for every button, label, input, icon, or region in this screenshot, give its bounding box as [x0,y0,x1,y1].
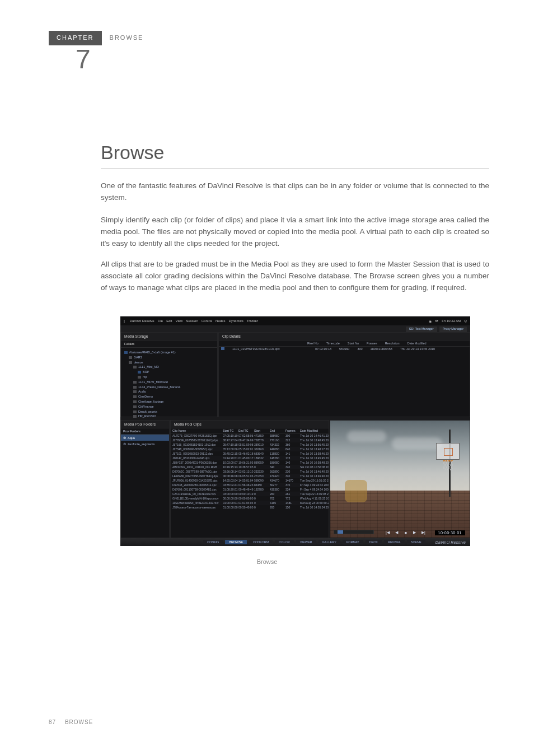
pool-clip-row[interactable]: AL7E73_G592TA00-0428165Cj.dpx07:05:10:10… [171,433,329,438]
rewind-button[interactable]: ◀ [394,530,400,535]
nav-revival[interactable]: REVIVAL [384,540,405,544]
col-header: Timecode [326,342,340,345]
menubar-clock: Fri 10:22 AM [442,319,461,323]
pool-clip-row[interactable]: D67609_001100758-00100482.dpx01:08:20:01… [171,487,329,492]
skip-end-button[interactable]: ▶| [420,530,427,535]
col-header: Start No [348,342,359,345]
pool-clip-row[interactable]: J67166_0210081824101-1912.dpx05:47:10:18… [171,442,329,447]
page-number: 87 [49,719,56,725]
pool-clip-row[interactable]: J67101_0201060023-09112.dpx05:45:02:1505… [171,451,329,456]
col-header [221,342,299,345]
folder-item[interactable]: Daudt_ascets [133,409,214,414]
menubar-item[interactable]: Dynamics [228,319,243,323]
clip-res: 1804x1080x458 [371,347,392,351]
clip-frames: 300 [357,347,362,351]
folder-item[interactable]: CineDemo [133,394,214,399]
pool-folders-header: Pool Folders [121,428,169,435]
bluetooth-icon[interactable]: ◉ [429,319,432,323]
folder-icon [129,356,132,359]
footer-label: BROWSE [65,719,93,725]
folder-item[interactable]: /Volumes/RAID_0-daft (Image #1) [124,350,214,355]
folder-icon [133,405,137,408]
nav-scene[interactable]: SCENE [407,540,425,544]
pool-clip-row[interactable]: GN011E10DynesdpMN-1Wspcs.mov00:00:00:000… [171,496,329,501]
menubar-item[interactable]: Nodes [216,319,225,323]
nav-browse[interactable]: BROWSE [225,540,246,544]
spotlight-icon[interactable]: Q [464,319,467,323]
folder-item[interactable]: HP_RED360 [133,414,214,419]
page-title: Browse [101,142,164,164]
menubar-app[interactable]: DaVinci Resolve [130,319,154,323]
clip-name: 1101_01MH6T9MJ.0028V1Cb.dpx [232,347,280,351]
folder-icon [133,400,137,403]
nav-config[interactable]: CONFIG [203,540,223,544]
col-header: Reel No [307,342,318,345]
clip-icon [221,347,224,350]
menubar-item[interactable]: Control [202,319,212,323]
folder-icon [133,381,137,384]
folder-icon [133,390,137,393]
transport-controls: |◀ ◀ ■ ▶ ▶| 10:00:30:01 [385,530,465,535]
play-button[interactable]: ▶ [411,530,418,535]
folders-header: Folders [121,340,217,348]
clip-details-title: Clip Details [219,333,470,340]
paragraph-3: All clips that are to be graded must be … [101,259,489,294]
nav-conform[interactable]: CONFORM [249,540,273,544]
folder-item[interactable]: BRP [138,370,214,375]
folder-icon [133,366,137,368]
menubar-item[interactable]: Session [186,319,198,323]
menubar-item[interactable]: Edit [166,319,172,323]
pool-clip-row[interactable]: J78Access-7ax-access-naeeuroaa01:00:00:0… [171,505,329,510]
nav-deck[interactable]: DECK [366,540,382,544]
menubar-item[interactable]: View [176,319,183,323]
nav-gallery[interactable]: GALLERY [318,540,340,544]
nav-format[interactable]: FORMAT [343,540,363,544]
pool-clip-row[interactable]: J68147_08103000-24043.dpx01:44:20:0101:4… [171,456,329,460]
folder-item[interactable]: 1144_Presto_Nautolo_Banana [133,385,214,390]
folder-item[interactable]: DARS [129,355,214,360]
clip-tc: 07:02:10:18 [315,347,331,351]
app-screenshot:  DaVinci Resolve File Edit View Session… [120,316,470,546]
pool-clip-row[interactable]: GXCDanselRE_00_PreTest16.mov03:00:00:000… [171,492,329,496]
menubar-item[interactable]: File [157,319,163,323]
folder-item[interactable]: 1111_Mini_MD [133,365,214,370]
pool-clip-row[interactable]: J677E5E_0075B86-58701126Cj.dpx08:47:27:0… [171,438,329,442]
menubar:  DaVinci Resolve File Edit View Session… [120,316,470,325]
pool-clip-row[interactable]: JFLR006_01400950-0142DS7E.dpx14:55:03:04… [171,478,329,483]
folder-icon [133,395,137,398]
pool-clip-row[interactable]: ABCF09G_2002_101818_001.RGB10:49:15:1310… [171,465,329,469]
nav-color[interactable]: COLOR [275,540,294,544]
pool-clip-row[interactable]: D67638_260606280-06308312.dpx03:35:02:21… [171,483,329,487]
folder-item[interactable]: rcp [138,375,214,380]
pool-clip-row[interactable]: J67348_0008090-809B95Cj.dpx05:13:00:0605… [171,447,329,451]
page-footer: 87 BROWSE [49,719,93,725]
folder-item[interactable]: Audio [133,389,214,394]
pool-clip-row[interactable]: D07060C_0567TE90-589TA6Cj.dpx03:56:08:14… [171,469,329,474]
pool-clip-row[interactable]: J68Y037_2009AE01-F0606356.dpx10:03:00:07… [171,460,329,465]
pool-folder-item[interactable]: Aqua [121,435,169,441]
folder-icon [133,415,137,418]
pool-clips-title: Media Pool Clips [171,421,329,428]
title-rule [101,168,489,169]
pool-folder-item[interactable]: Zenfonte_segments [121,441,169,447]
folder-item[interactable]: 1141_MFW_Millwood [133,380,214,385]
timecode-display: 10:00:30:01 [435,530,465,535]
clip-details-row[interactable]: 1101_01MH6T9MJ.0028V1Cb.dpx 07:02:10:18 … [219,347,470,351]
basketball-backboard [436,443,460,460]
speaker-icon[interactable]: 🕪 [435,319,438,323]
folder-item[interactable]: Cineforge_footage [133,399,214,404]
nav-viewer[interactable]: VIEWER [296,540,316,544]
volume-icon [138,371,141,374]
folder-tree: /Volumes/RAID_0-daft (Image #1)DARSdemos… [121,348,217,426]
stop-button[interactable]: ■ [402,530,409,535]
pool-clip-row[interactable]: 10EDBannelRSc_4N5EX041402.mxf01:00:00:01… [171,501,329,505]
menubar-item[interactable]: Tracker [247,319,258,323]
media-pool-clips-panel: Media Pool Clips Clip Name Start TC End … [170,420,329,538]
folder-item[interactable]: CitiFinance [133,404,214,409]
skip-start-button[interactable]: |◀ [385,530,391,535]
clip-date: Thu Jul 29 13:14:45 2010 [400,347,435,351]
apple-icon:  [124,319,125,323]
pool-clip-row[interactable]: LE48A86_0997T058-0997T84Cj.dpx06:08:46:0… [171,474,329,478]
preview-slider[interactable] [334,530,374,534]
folder-item[interactable]: demos [129,360,214,365]
